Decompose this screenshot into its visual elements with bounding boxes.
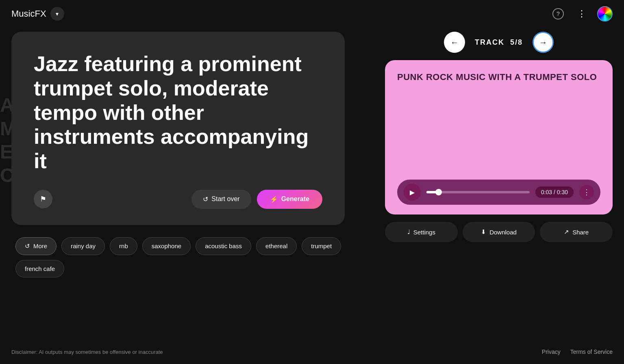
track-count: 5/8 bbox=[510, 38, 523, 46]
tag-label: french cafe bbox=[25, 265, 55, 272]
generate-icon: ⚡ bbox=[270, 195, 278, 203]
header-right: ? ⋮ bbox=[550, 6, 613, 22]
app-title: MusicFX bbox=[11, 9, 46, 19]
terms-link[interactable]: Terms of Service bbox=[570, 349, 613, 355]
generate-label: Generate bbox=[281, 195, 309, 203]
tag-label: saxophone bbox=[152, 243, 181, 249]
download-label: Download bbox=[489, 229, 517, 236]
left-arrow-icon: ← bbox=[450, 38, 459, 47]
tag-rainy-day[interactable]: rainy day bbox=[61, 237, 105, 255]
player-controls: ▶ 0:03 / 0:30 ⋮ bbox=[397, 180, 600, 205]
help-icon: ? bbox=[552, 8, 564, 20]
tag-label: acoustic bass bbox=[205, 243, 242, 249]
tag-label: trumpet bbox=[311, 243, 332, 249]
start-over-label: Start over bbox=[211, 195, 239, 203]
progress-bar[interactable] bbox=[426, 191, 530, 193]
refresh-small-icon: ↺ bbox=[25, 243, 30, 250]
share-icon: ↗ bbox=[564, 228, 569, 236]
refresh-icon: ↺ bbox=[203, 195, 208, 203]
share-label: Share bbox=[572, 229, 589, 236]
track-label: TRACK 5/8 bbox=[475, 38, 523, 47]
flag-button[interactable]: ⚑ bbox=[34, 190, 52, 208]
header-left: MusicFX ▾ bbox=[11, 7, 64, 21]
next-track-button[interactable]: → bbox=[533, 32, 554, 53]
footer-links: Privacy Terms of Service bbox=[542, 349, 613, 355]
vertical-dots-icon: ⋮ bbox=[583, 188, 590, 197]
tag-trumpet[interactable]: trumpet bbox=[302, 237, 341, 255]
more-label: More bbox=[33, 243, 47, 249]
prev-track-button[interactable]: ← bbox=[444, 32, 465, 53]
header: MusicFX ▾ ? ⋮ bbox=[0, 0, 624, 28]
tag-acoustic-bass[interactable]: acoustic bass bbox=[196, 237, 251, 255]
start-over-button[interactable]: ↺ Start over bbox=[191, 190, 251, 209]
tag-label: rainy day bbox=[71, 243, 96, 249]
help-button[interactable]: ? bbox=[550, 6, 566, 22]
player-more-options-button[interactable]: ⋮ bbox=[579, 185, 594, 199]
right-panel: ← TRACK 5/8 → PUNK ROCK MUSIC WITH A TRU… bbox=[385, 28, 613, 340]
disclaimer-text: Disclaimer: AI outputs may sometimes be … bbox=[11, 349, 163, 355]
more-tags-button[interactable]: ↺ More bbox=[15, 237, 57, 255]
chevron-down-icon: ▾ bbox=[56, 11, 59, 17]
tag-saxophone[interactable]: saxophone bbox=[142, 237, 191, 255]
progress-thumb bbox=[435, 189, 442, 195]
right-arrow-icon: → bbox=[539, 38, 547, 47]
generate-button[interactable]: ⚡ Generate bbox=[257, 190, 322, 209]
flag-icon: ⚑ bbox=[40, 195, 46, 204]
play-icon: ▶ bbox=[410, 188, 415, 196]
tag-label: rnb bbox=[119, 243, 128, 249]
tag-ethereal[interactable]: ethereal bbox=[256, 237, 297, 255]
action-buttons: ♩ Settings ⬇ Download ↗ Share bbox=[385, 222, 613, 242]
time-display: 0:03 / 0:30 bbox=[535, 186, 574, 198]
settings-label: Settings bbox=[413, 229, 435, 236]
settings-icon: ♩ bbox=[407, 228, 410, 236]
main-content: A F MC ER CC Jazz featuring a prominent … bbox=[0, 28, 624, 340]
tag-rnb[interactable]: rnb bbox=[110, 237, 137, 255]
waveform-area bbox=[397, 83, 600, 180]
privacy-link[interactable]: Privacy bbox=[542, 349, 561, 355]
left-panel: A F MC ER CC Jazz featuring a prominent … bbox=[11, 28, 385, 340]
share-button[interactable]: ↗ Share bbox=[540, 222, 613, 242]
tag-label: ethereal bbox=[265, 243, 287, 249]
more-options-header-button[interactable]: ⋮ bbox=[574, 6, 590, 22]
tags-section: ↺ More rainy day rnb saxophone acoustic … bbox=[11, 237, 345, 277]
prompt-text: Jazz featuring a prominent trumpet solo,… bbox=[34, 52, 322, 173]
player-card: PUNK ROCK MUSIC WITH A TRUMPET SOLO ▶ 0:… bbox=[385, 60, 613, 214]
download-button[interactable]: ⬇ Download bbox=[463, 222, 535, 242]
play-button[interactable]: ▶ bbox=[404, 184, 421, 201]
prompt-actions: ⚑ ↺ Start over ⚡ Generate bbox=[34, 190, 322, 209]
prompt-card: Jazz featuring a prominent trumpet solo,… bbox=[11, 32, 345, 225]
tag-french-cafe[interactable]: french cafe bbox=[15, 260, 64, 277]
track-title: PUNK ROCK MUSIC WITH A TRUMPET SOLO bbox=[397, 72, 600, 83]
app-dropdown-button[interactable]: ▾ bbox=[50, 7, 64, 21]
settings-button[interactable]: ♩ Settings bbox=[385, 222, 458, 242]
track-nav: ← TRACK 5/8 → bbox=[385, 32, 613, 53]
download-icon: ⬇ bbox=[481, 228, 486, 236]
vertical-dots-icon: ⋮ bbox=[577, 9, 586, 19]
footer: Disclaimer: AI outputs may sometimes be … bbox=[0, 340, 624, 364]
avatar[interactable] bbox=[597, 6, 613, 22]
